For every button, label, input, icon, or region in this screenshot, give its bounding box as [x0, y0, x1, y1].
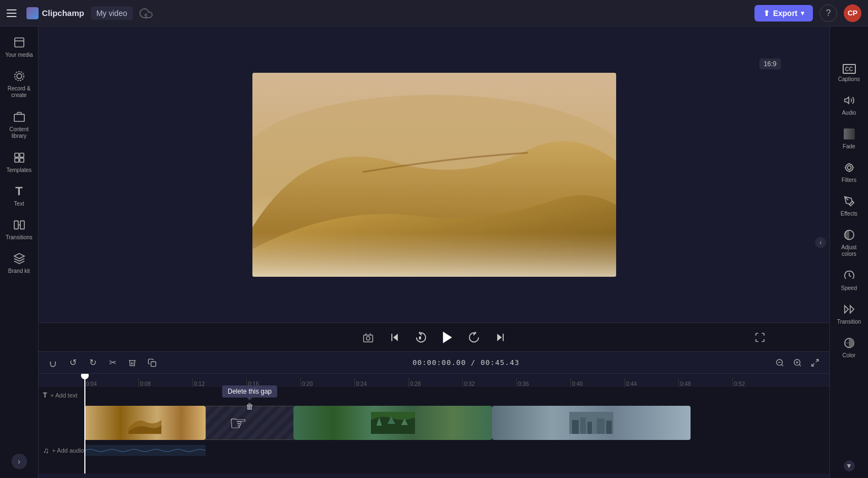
rewind-button[interactable]	[386, 329, 403, 346]
right-sidebar-item-speed[interactable]: Speed	[833, 264, 866, 296]
topbar-right: ⬆ Export ▾ ? CP	[754, 4, 861, 22]
adjust-colors-icon	[842, 228, 856, 242]
add-audio-button[interactable]: + Add audio	[52, 447, 84, 454]
text-track-icon: T	[43, 391, 47, 399]
right-sidebar-label-fade: Fade	[843, 143, 855, 149]
svg-rect-5	[14, 153, 18, 157]
sidebar-item-record-create[interactable]: Record &create	[3, 65, 36, 103]
camera-icon[interactable]	[359, 329, 377, 346]
timeline-area: ↺ ↻ ✂ 00:00:00.00 / 00:45.43	[39, 351, 829, 478]
svg-line-32	[812, 363, 815, 366]
sidebar-label-brand-kit: Brand kit	[8, 268, 30, 274]
export-button[interactable]: ⬆ Export ▾	[754, 5, 813, 22]
content-library-icon	[12, 110, 26, 124]
timeline-magnet-button[interactable]	[45, 355, 61, 370]
add-text-button[interactable]: + Add text	[50, 392, 77, 399]
video-title[interactable]: My video	[91, 7, 133, 20]
logo-icon	[26, 7, 39, 19]
skip-forward-button[interactable]	[492, 329, 509, 346]
fit-timeline-button[interactable]	[807, 355, 823, 370]
sidebar-item-your-media[interactable]: Your media	[3, 31, 36, 62]
undo-button[interactable]: ↺	[65, 355, 80, 370]
expand-panel-icon: ▼	[846, 462, 853, 470]
text-icon: T	[12, 184, 26, 198]
avatar[interactable]: CP	[844, 4, 861, 22]
delete-gap-icon[interactable]: 🗑	[246, 402, 254, 411]
right-sidebar-bottom: ▼	[844, 460, 855, 471]
right-sidebar: CC Captions Audio Fade	[829, 26, 868, 478]
logo: Clipchamp	[26, 7, 84, 19]
svg-rect-37	[587, 422, 592, 434]
svg-marker-50	[850, 305, 854, 313]
right-sidebar-item-adjust-colors[interactable]: Adjustcolors	[833, 223, 866, 262]
hamburger-menu-icon[interactable]	[7, 7, 20, 20]
delete-button[interactable]	[125, 355, 140, 370]
sidebar-collapse-icon: ›	[18, 457, 20, 466]
captions-icon: CC	[843, 64, 856, 74]
sidebar-item-content-library[interactable]: Contentlibrary	[3, 105, 36, 144]
right-sidebar-item-captions[interactable]: CC Captions	[833, 60, 866, 87]
gap-clip[interactable]: 🗑 Delete this gap ☞	[206, 406, 294, 440]
zoom-out-button[interactable]	[772, 355, 788, 370]
right-sidebar-item-filters[interactable]: Filters	[833, 156, 866, 187]
video-clip-3[interactable]	[492, 406, 691, 440]
replay-back-button[interactable]: 5	[412, 329, 430, 346]
right-sidebar-label-captions: Captions	[838, 76, 860, 82]
effects-icon	[842, 194, 856, 208]
svg-rect-14	[252, 73, 616, 277]
right-sidebar-item-audio[interactable]: Audio	[833, 89, 866, 120]
help-button[interactable]: ?	[820, 4, 837, 22]
right-sidebar-item-transition[interactable]: Transition	[833, 298, 866, 329]
svg-point-42	[845, 164, 853, 171]
timeline-tracks-container: 0:04 0:08 0:12 0:16 0:20 0:24 0:28 0:32 …	[39, 374, 829, 474]
timeline-scrollbar[interactable]	[39, 474, 829, 478]
right-sidebar-item-effects[interactable]: Effects	[833, 190, 866, 221]
video-clip-2[interactable]	[294, 406, 492, 440]
svg-rect-7	[14, 158, 18, 162]
video-clips-row: 🗑 Delete this gap ☞	[84, 406, 691, 440]
redo-button[interactable]: ↻	[85, 355, 100, 370]
ruler-mark-052: 0:52	[732, 378, 786, 387]
transitions-icon	[12, 218, 26, 232]
zoom-controls	[772, 355, 823, 370]
sidebar-item-brand-kit[interactable]: Brand kit	[3, 247, 36, 278]
video-clip-1[interactable]	[84, 406, 206, 440]
sidebar-collapse-button[interactable]: ›	[12, 454, 27, 469]
ruler-mark-024: 0:24	[354, 378, 408, 387]
audio-track: ♫ + Add audio	[39, 442, 829, 459]
right-sidebar-item-color[interactable]: Color	[833, 331, 866, 363]
transition-icon	[842, 302, 856, 316]
ruler-marks: 0:04 0:08 0:12 0:16 0:20 0:24 0:28 0:32 …	[39, 374, 829, 387]
right-sidebar-label-audio: Audio	[842, 110, 856, 116]
svg-rect-23	[151, 362, 156, 367]
timeline-time-display: 00:00:00.00 / 00:45.43	[164, 358, 768, 367]
audio-icon	[842, 93, 856, 108]
sidebar-item-transitions[interactable]: Transitions	[3, 213, 36, 245]
cut-button[interactable]: ✂	[105, 355, 120, 370]
svg-line-28	[799, 364, 801, 366]
audio-track-controls: ♫ + Add audio	[43, 446, 84, 455]
timeline-toolbar: ↺ ↻ ✂ 00:00:00.00 / 00:45.43	[39, 352, 829, 374]
time-separator: /	[471, 358, 481, 367]
zoom-in-button[interactable]	[790, 355, 805, 370]
right-sidebar-label-adjust-colors: Adjustcolors	[842, 244, 857, 257]
sidebar-item-text[interactable]: T Text	[3, 180, 36, 211]
right-sidebar-item-fade[interactable]: Fade	[833, 122, 866, 154]
speed-icon	[842, 268, 856, 283]
replay-forward-button[interactable]	[465, 329, 483, 346]
play-button[interactable]	[439, 329, 456, 346]
ruler-mark-036: 0:36	[516, 378, 570, 387]
playhead[interactable]	[84, 374, 85, 474]
export-dropdown-icon: ▾	[801, 9, 804, 17]
right-sidebar-collapse-button[interactable]: ‹	[815, 237, 826, 248]
ruler-mark-028: 0:28	[408, 378, 462, 387]
sidebar-item-templates[interactable]: Templates	[3, 146, 36, 178]
aspect-ratio-badge[interactable]: 16:9	[759, 58, 781, 69]
ruler-mark-032: 0:32	[462, 378, 516, 387]
duplicate-button[interactable]	[144, 355, 160, 370]
app-name: Clipchamp	[42, 8, 84, 18]
fullscreen-button[interactable]	[751, 329, 769, 346]
expand-panel-button[interactable]: ▼	[844, 460, 855, 471]
sidebar-label-content-library: Contentlibrary	[9, 126, 29, 139]
svg-point-3	[14, 72, 24, 81]
